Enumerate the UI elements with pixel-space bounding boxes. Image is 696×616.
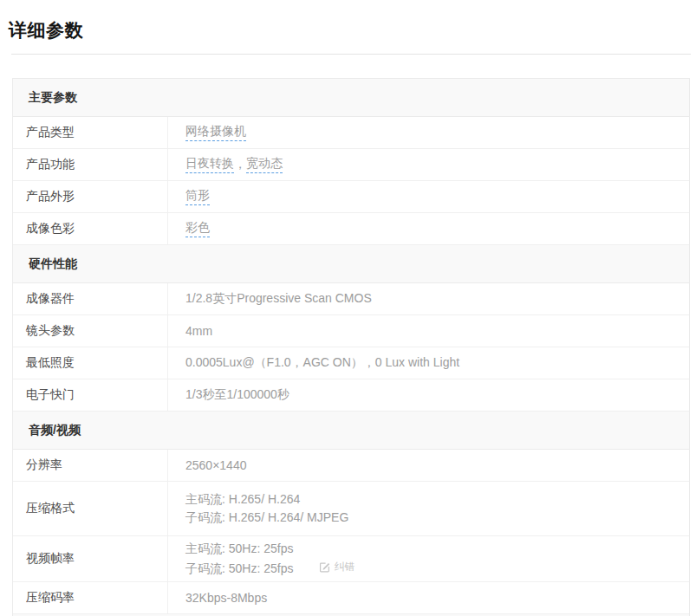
table-row-product-type: 产品类型 网络摄像机 (13, 117, 689, 149)
table-row-bitrate: 压缩码率 32Kbps-8Mbps (13, 582, 689, 614)
table-row-product-function: 产品功能 日夜转换，宽动态 (13, 149, 689, 181)
table-row-product-shape: 产品外形 筒形 (13, 181, 689, 213)
row-value: 日夜转换，宽动态 (168, 149, 689, 180)
row-label: 压缩码率 (13, 582, 168, 613)
row-value: 4mm (168, 315, 689, 347)
error-correction-button[interactable]: 纠错 (319, 558, 355, 576)
value-link[interactable]: 筒形 (185, 188, 210, 205)
row-value: 彩色 (168, 213, 689, 244)
row-value: 主码流: H.265/ H.264 子码流: H.265/ H.264/ MJP… (168, 482, 689, 535)
row-label: 成像色彩 (13, 213, 168, 244)
value-line: 子码流: H.265/ H.264/ MJPEG (185, 509, 689, 527)
row-label: 产品外形 (13, 181, 168, 212)
table-row-compression-format: 压缩格式 主码流: H.265/ H.264 子码流: H.265/ H.264… (13, 482, 689, 536)
row-label: 产品功能 (13, 149, 168, 180)
table-row-electronic-shutter: 电子快门 1/3秒至1/100000秒 (13, 379, 689, 412)
section-header-hardware: 硬件性能 (13, 245, 689, 283)
row-value: 筒形 (168, 181, 689, 212)
row-label: 电子快门 (13, 379, 168, 411)
value-line: 主码流: 50Hz: 25fps (185, 540, 689, 558)
section-header-main-params: 主要参数 (13, 79, 689, 117)
section-header-audio-video: 音频/视频 (13, 412, 689, 450)
error-correction-label: 纠错 (334, 558, 355, 576)
edit-pencil-icon (319, 561, 330, 573)
value-line: 主码流: H.265/ H.264 (185, 490, 689, 509)
title-divider (11, 54, 691, 55)
table-row-min-illumination: 最低照度 0.0005Lux@（F1.0，AGC ON），0 Lux with … (13, 347, 689, 379)
value-link[interactable]: 宽动态 (246, 156, 283, 173)
row-label: 成像器件 (13, 283, 168, 314)
row-value: 32Kbps-8Mbps (168, 582, 689, 613)
value-link[interactable]: 网络摄像机 (185, 124, 246, 141)
row-label: 压缩格式 (13, 482, 168, 535)
row-value: 主码流: 50Hz: 25fps 子码流: 50Hz: 25fps 纠错 (168, 536, 689, 581)
row-value: 网络摄像机 (168, 117, 689, 148)
row-label: 视频帧率 (13, 536, 168, 581)
row-label: 产品类型 (13, 117, 168, 148)
value-text: 子码流: 50Hz: 25fps (185, 561, 294, 575)
value-separator: ， (234, 157, 246, 172)
row-label: 镜头参数 (13, 315, 168, 347)
row-value: 2560×1440 (168, 450, 689, 481)
value-link[interactable]: 彩色 (185, 220, 210, 237)
row-value: 0.0005Lux@（F1.0，AGC ON），0 Lux with Light (168, 347, 689, 379)
row-value: 1/3秒至1/100000秒 (168, 379, 689, 411)
product-spec-page: 详细参数 主要参数 产品类型 网络摄像机 产品功能 日夜转换，宽动态 产品外形 … (0, 19, 696, 616)
value-link[interactable]: 日夜转换 (185, 156, 234, 173)
table-row-imaging-color: 成像色彩 彩色 (13, 213, 689, 245)
value-line: 子码流: 50Hz: 25fps 纠错 (185, 558, 689, 578)
spec-table: 主要参数 产品类型 网络摄像机 产品功能 日夜转换，宽动态 产品外形 筒形 成像… (12, 78, 690, 616)
row-label: 分辨率 (13, 450, 168, 481)
table-row-video-framerate: 视频帧率 主码流: 50Hz: 25fps 子码流: 50Hz: 25fps 纠… (13, 536, 689, 582)
page-title: 详细参数 (9, 19, 696, 42)
row-label: 最低照度 (13, 347, 168, 379)
table-row-image-sensor: 成像器件 1/2.8英寸Progressive Scan CMOS (13, 283, 689, 315)
row-value: 1/2.8英寸Progressive Scan CMOS (168, 283, 689, 314)
table-row-lens-params: 镜头参数 4mm (13, 315, 689, 347)
table-row-resolution: 分辨率 2560×1440 (13, 450, 689, 482)
